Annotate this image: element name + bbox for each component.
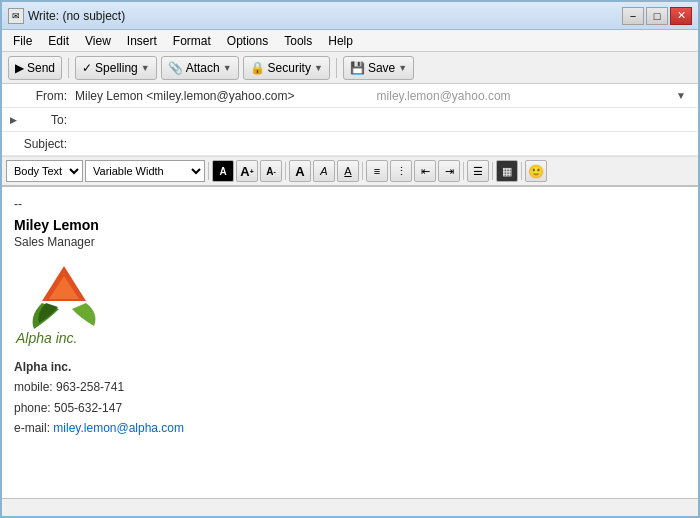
indent-button[interactable]: ⇥ <box>438 160 460 182</box>
to-input[interactable] <box>75 113 690 127</box>
email-headers: From: Miley Lemon <miley.lemon@yahoo.com… <box>2 84 698 157</box>
fmt-sep-1 <box>208 162 209 180</box>
underline-button[interactable]: A <box>337 160 359 182</box>
emoji-button[interactable]: 🙂 <box>525 160 547 182</box>
spelling-label: Spelling <box>95 61 138 75</box>
minimize-button[interactable]: − <box>622 7 644 25</box>
menu-view[interactable]: View <box>78 32 118 50</box>
toolbar-separator-2 <box>336 58 337 78</box>
info-phone: phone: 505-632-147 <box>14 398 686 418</box>
paperclip-icon: 📎 <box>168 61 183 75</box>
menu-tools[interactable]: Tools <box>277 32 319 50</box>
menu-format[interactable]: Format <box>166 32 218 50</box>
font-size-decrease-button[interactable]: A- <box>260 160 282 182</box>
svg-text:Alpha inc.: Alpha inc. <box>15 330 77 346</box>
company-logo-container: Alpha inc. <box>14 261 134 349</box>
sig-separator: -- <box>14 197 686 211</box>
from-label: From: <box>10 89 75 103</box>
from-name: Miley Lemon <miley.lemon@yahoo.com> <box>75 89 371 103</box>
from-email: miley.lemon@yahoo.com <box>377 89 673 103</box>
sig-title: Sales Manager <box>14 235 686 249</box>
info-mobile: mobile: 963-258-741 <box>14 377 686 397</box>
font-size-increase-button[interactable]: A+ <box>236 160 258 182</box>
app-icon: ✉ <box>8 8 24 24</box>
subject-row: Subject: <box>2 132 698 156</box>
expand-icon[interactable]: ▼ <box>672 90 690 101</box>
company-bold: Alpha inc. <box>14 360 71 374</box>
status-bar <box>2 498 698 516</box>
title-bar-left: ✉ Write: (no subject) <box>8 8 125 24</box>
to-expand-icon[interactable]: ▶ <box>10 115 30 125</box>
fmt-sep-6 <box>521 162 522 180</box>
save-button[interactable]: 💾 Save ▼ <box>343 56 414 80</box>
format-toolbar: Body Text Variable Width A A+ A- A A A ≡… <box>2 157 698 187</box>
email-link[interactable]: miley.lemon@alpha.com <box>53 421 184 435</box>
numbered-list-button[interactable]: ⋮ <box>390 160 412 182</box>
fmt-sep-3 <box>362 162 363 180</box>
attach-arrow: ▼ <box>223 63 232 73</box>
send-label: Send <box>27 61 55 75</box>
fmt-sep-2 <box>285 162 286 180</box>
menu-options[interactable]: Options <box>220 32 275 50</box>
fmt-sep-4 <box>463 162 464 180</box>
maximize-button[interactable]: □ <box>646 7 668 25</box>
main-window: ✉ Write: (no subject) − □ ✕ File Edit Vi… <box>0 0 700 518</box>
spelling-icon: ✓ <box>82 61 92 75</box>
bold-button[interactable]: A <box>289 160 311 182</box>
menu-help[interactable]: Help <box>321 32 360 50</box>
lock-icon: 🔒 <box>250 61 265 75</box>
menu-bar: File Edit View Insert Format Options Too… <box>2 30 698 52</box>
subject-input[interactable] <box>75 137 690 151</box>
save-label: Save <box>368 61 395 75</box>
menu-edit[interactable]: Edit <box>41 32 76 50</box>
info-email: e-mail: miley.lemon@alpha.com <box>14 418 686 438</box>
save-icon: 💾 <box>350 61 365 75</box>
font-select[interactable]: Variable Width <box>85 160 205 182</box>
insert-table-button[interactable]: ▦ <box>496 160 518 182</box>
title-bar: ✉ Write: (no subject) − □ ✕ <box>2 2 698 30</box>
compose-area[interactable]: -- Miley Lemon Sales Manager Alpha inc. … <box>2 187 698 498</box>
spelling-arrow: ▼ <box>141 63 150 73</box>
toolbar-separator-1 <box>68 58 69 78</box>
sig-info: Alpha inc. mobile: 963-258-741 phone: 50… <box>14 357 686 439</box>
fmt-sep-5 <box>492 162 493 180</box>
menu-file[interactable]: File <box>6 32 39 50</box>
send-button[interactable]: ▶ Send <box>8 56 62 80</box>
to-label: To: <box>30 113 75 127</box>
company-logo-svg: Alpha inc. <box>14 261 114 346</box>
align-left-button[interactable]: ☰ <box>467 160 489 182</box>
send-icon: ▶ <box>15 61 24 75</box>
attach-button[interactable]: 📎 Attach ▼ <box>161 56 239 80</box>
spelling-button[interactable]: ✓ Spelling ▼ <box>75 56 157 80</box>
subject-label: Subject: <box>10 137 75 151</box>
style-select[interactable]: Body Text <box>6 160 83 182</box>
window-title: Write: (no subject) <box>28 9 125 23</box>
main-toolbar: ▶ Send ✓ Spelling ▼ 📎 Attach ▼ 🔒 Securit… <box>2 52 698 84</box>
info-company: Alpha inc. <box>14 357 686 377</box>
security-arrow: ▼ <box>314 63 323 73</box>
outdent-button[interactable]: ⇤ <box>414 160 436 182</box>
bullet-list-button[interactable]: ≡ <box>366 160 388 182</box>
attach-label: Attach <box>186 61 220 75</box>
to-row: ▶ To: <box>2 108 698 132</box>
from-row: From: Miley Lemon <miley.lemon@yahoo.com… <box>2 84 698 108</box>
window-controls: − □ ✕ <box>622 7 692 25</box>
security-label: Security <box>268 61 311 75</box>
sig-name: Miley Lemon <box>14 217 686 233</box>
security-button[interactable]: 🔒 Security ▼ <box>243 56 330 80</box>
italic-button[interactable]: A <box>313 160 335 182</box>
text-color-button[interactable]: A <box>212 160 234 182</box>
save-arrow: ▼ <box>398 63 407 73</box>
close-button[interactable]: ✕ <box>670 7 692 25</box>
menu-insert[interactable]: Insert <box>120 32 164 50</box>
